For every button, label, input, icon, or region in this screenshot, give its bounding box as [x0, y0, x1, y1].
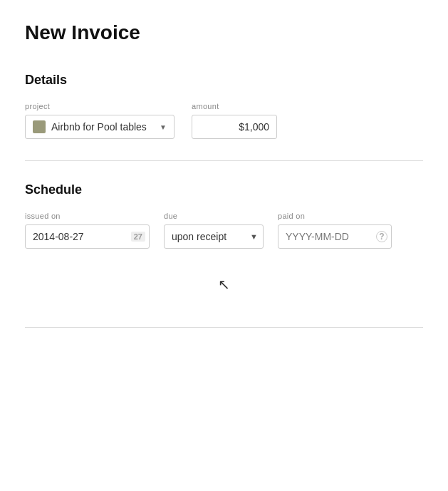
paid-date-input[interactable]	[278, 224, 392, 249]
details-section: Details project Airbnb for Pool tables ▼…	[25, 73, 423, 139]
details-section-title: Details	[25, 73, 423, 88]
details-divider	[25, 160, 423, 161]
project-field-group: project Airbnb for Pool tables ▼	[25, 102, 174, 139]
calendar-icon: 27	[131, 232, 145, 242]
page-container: New Invoice Details project Airbnb for P…	[0, 0, 448, 371]
issued-field-group: issued on 27	[25, 212, 150, 249]
details-row: project Airbnb for Pool tables ▼ amount	[25, 102, 423, 139]
project-label: project	[25, 102, 174, 110]
help-icon: ?	[376, 231, 387, 242]
due-field-group: due upon receipt net 15 net 30 net 60 ▼	[164, 212, 264, 249]
due-label: due	[164, 212, 264, 220]
paid-label: paid on	[278, 212, 392, 220]
schedule-row: issued on 27 due upon receipt net 15 net…	[25, 212, 423, 249]
cursor-icon: ↖	[218, 276, 230, 293]
amount-field-group: amount	[192, 102, 277, 139]
project-color-swatch	[33, 120, 46, 133]
amount-input[interactable]	[192, 115, 277, 139]
issued-input-wrapper: 27	[25, 224, 150, 249]
amount-label: amount	[192, 102, 277, 110]
project-name: Airbnb for Pool tables	[51, 121, 154, 133]
paid-input-wrapper: ?	[278, 224, 392, 249]
project-select[interactable]: Airbnb for Pool tables ▼	[25, 115, 174, 139]
paid-field-group: paid on ?	[278, 212, 392, 249]
project-dropdown-arrow-icon: ▼	[160, 123, 167, 131]
schedule-section-title: Schedule	[25, 182, 423, 197]
issued-label: issued on	[25, 212, 150, 220]
bottom-divider	[25, 327, 423, 328]
page-title: New Invoice	[25, 21, 423, 44]
schedule-section: Schedule issued on 27 due upon receipt n…	[25, 182, 423, 249]
due-select-wrapper: upon receipt net 15 net 30 net 60 ▼	[164, 224, 264, 249]
due-select[interactable]: upon receipt net 15 net 30 net 60	[164, 224, 264, 249]
cursor-area: ↖	[25, 263, 423, 306]
